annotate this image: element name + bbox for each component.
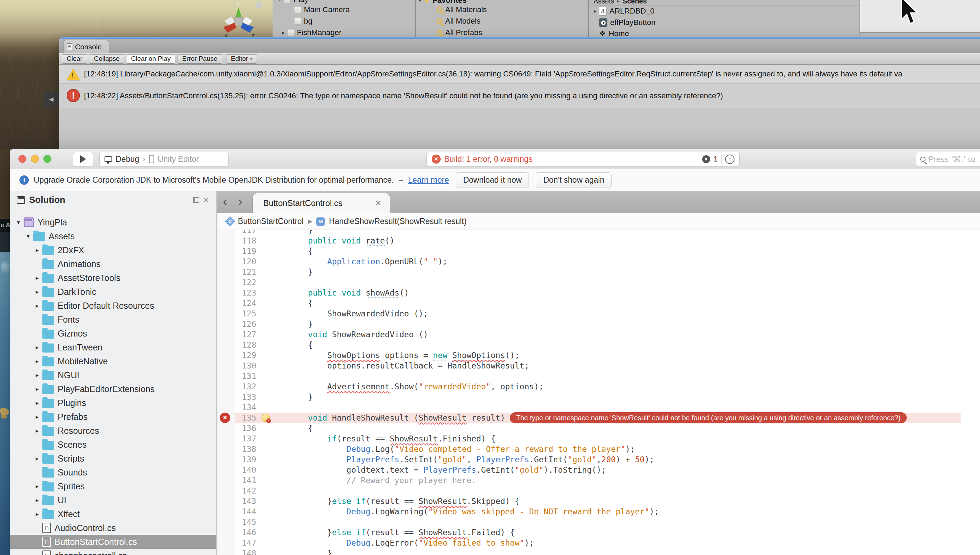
code-line-127[interactable]: 127 void ShowRewardedVideo () [218, 329, 980, 340]
code-line-130[interactable]: 130 options.resultCallback = HandleShowR… [218, 361, 980, 371]
code-line-129[interactable]: 129 ShowOptions options = new ShowOption… [218, 350, 980, 361]
favorites-item[interactable]: All Materials [436, 5, 588, 15]
breadcrumb-root[interactable]: Assets [594, 0, 614, 5]
code-line-142[interactable]: 142 [218, 486, 980, 496]
code-line-145[interactable]: 145 [218, 517, 980, 527]
code-line-121[interactable]: 121 } [218, 267, 980, 277]
code-line-146[interactable]: 146 }else if(result == ShowResult.Failed… [218, 527, 980, 537]
code-line-128[interactable]: 128 { [218, 340, 980, 350]
navigate-back-icon[interactable]: ‹ [223, 194, 227, 209]
scene-orientation-gizmo[interactable]: y x z [217, 0, 262, 40]
solution-tree-item[interactable]: ▸DarkTonic [10, 285, 216, 299]
solution-tree-item[interactable]: Sounds [10, 465, 216, 479]
chevron-right-icon[interactable]: ▸ [32, 372, 42, 379]
chevron-right-icon[interactable]: ▸ [32, 413, 42, 420]
code-line-137[interactable]: 137 if(result == ShowResult.Finished) { [218, 433, 980, 444]
solution-tree-item[interactable]: ▸Prefabs [10, 410, 216, 424]
solution-tree-item[interactable]: ▸Sprites [10, 479, 216, 493]
solution-tree-item[interactable]: ▸PlayFabEditorExtensions [10, 382, 216, 396]
asset-item[interactable]: ▸AARLRDBD_0 [591, 6, 860, 16]
hierarchy-item[interactable]: bg [287, 16, 415, 26]
chevron-right-icon[interactable]: ▸ [32, 274, 42, 282]
solution-tree-item[interactable]: ▸2DxFX [10, 243, 216, 257]
solution-tree-item[interactable]: {}ButtonStartControl.cs [10, 535, 216, 549]
solution-tree-item[interactable]: ▸UI [10, 493, 216, 507]
build-status-bar[interactable]: ✕ Build: 1 error, 0 warnings ✕ 1 ↑ [426, 152, 740, 166]
code-line-125[interactable]: 125 ShowRewardedVideo (); [218, 308, 980, 319]
solution-tree-item[interactable]: {}changbgcontroll.cs [10, 549, 216, 555]
solution-tree-item[interactable]: {}AudioControl.cs [10, 521, 216, 535]
solution-tree-item[interactable]: ▸Scripts [10, 451, 216, 465]
code-line-135[interactable]: ✕135 void HandleShowResult (ShowResult r… [218, 412, 980, 423]
favorites-item[interactable]: All Models [436, 16, 588, 26]
chevron-down-icon[interactable]: ▾ [276, 0, 284, 3]
breadcrumb-class[interactable]: ButtonStartControl [238, 217, 304, 226]
asset-item[interactable]: ❖Home [591, 29, 860, 37]
clear-on-play-button[interactable]: Clear on Play [126, 54, 175, 64]
code-line-148[interactable]: 148 } [218, 548, 980, 555]
breadcrumb-current[interactable]: Scenes [623, 0, 647, 5]
chevron-down-icon[interactable]: ▾ [13, 219, 24, 226]
chevron-right-icon[interactable]: ▸ [591, 8, 599, 14]
console-warning-row[interactable]: [12:48:19] Library/PackageCache/com.unit… [59, 64, 980, 84]
dont-show-again-button[interactable]: Don't show again [536, 172, 612, 188]
solution-tree-item[interactable]: ▸LeanTween [10, 340, 216, 354]
code-line-143[interactable]: 143 }else if(result == ShowResult.Skippe… [218, 496, 980, 506]
code-line-123[interactable]: 123 public void showAds() [218, 287, 980, 298]
breadcrumb-member[interactable]: HandleShowResult(ShowResult result) [329, 217, 466, 226]
code-line-120[interactable]: 120 Application.OpenURL(" "); [218, 256, 980, 267]
global-search-field[interactable]: ˇ Press '⌘.' to [916, 152, 980, 166]
collapsed-panel-handle[interactable]: ◀ [43, 91, 59, 107]
code-line-132[interactable]: 132 Advertisement.Show("rewardedVideo", … [218, 381, 980, 392]
chevron-down-icon[interactable]: ▾ [23, 233, 33, 240]
code-line-117[interactable]: 117 } [218, 230, 980, 236]
solution-tree-item[interactable]: Animations [10, 257, 216, 271]
chevron-right-icon[interactable]: ▸ [32, 385, 42, 393]
favorites-item[interactable]: All Prefabs [436, 27, 588, 37]
chevron-right-icon[interactable]: ▸ [32, 483, 42, 490]
vs-titlebar[interactable]: Debug › Unity Editor ✕ Build: 1 error, 0… [10, 149, 980, 169]
chevron-right-icon[interactable]: ▸ [32, 302, 42, 310]
code-line-134[interactable]: 134 [218, 402, 980, 412]
chevron-right-icon[interactable]: ▸ [32, 510, 42, 518]
solution-tree-item[interactable]: Scenes [10, 438, 216, 451]
code-line-141[interactable]: 141 // Reward your player here. [218, 475, 980, 486]
code-line-122[interactable]: 122 [218, 277, 980, 287]
code-line-136[interactable]: 136 { [218, 423, 980, 433]
console-tab[interactable]: Console [63, 40, 109, 53]
editor-dropdown-button[interactable]: Editor▾ [226, 54, 257, 64]
solution-tree-item[interactable]: ▸NGUI [10, 368, 216, 382]
scene-lock-icon[interactable] [256, 3, 261, 8]
close-tab-icon[interactable]: ✕ [375, 198, 382, 208]
run-configuration-selector[interactable]: Debug › Unity Editor [99, 152, 229, 166]
assets-breadcrumb[interactable]: Assets ▸ Scenes [594, 0, 647, 6]
chevron-right-icon[interactable]: ▸ [32, 358, 42, 365]
dock-icon[interactable] [193, 197, 199, 203]
editor-tab[interactable]: ButtonStartControl.cs ✕ [253, 193, 390, 213]
solution-tree-item[interactable]: Fonts [10, 313, 216, 326]
chevron-right-icon[interactable]: ▸ [32, 399, 42, 407]
solution-tree-item[interactable]: Gizmos [10, 326, 216, 340]
chevron-right-icon[interactable]: ▸ [32, 344, 42, 351]
clear-button[interactable]: Clear [62, 54, 87, 64]
solution-tree-item[interactable]: ▸Resources [10, 424, 216, 438]
code-line-124[interactable]: 124 { [218, 298, 980, 308]
error-pause-button[interactable]: Error Pause [177, 54, 222, 64]
code-editor[interactable]: 117 }118 public void rate()119 {120 Appl… [218, 230, 980, 555]
solution-tree-item[interactable]: ▾Assets [10, 229, 216, 243]
close-pad-icon[interactable]: × [203, 196, 209, 205]
download-it-now-button[interactable]: Download it now [456, 172, 529, 188]
quick-fix-bulb-icon[interactable] [261, 414, 270, 422]
code-line-118[interactable]: 118 public void rate() [218, 236, 980, 246]
code-line-138[interactable]: 138 Debug.Log("Video completed - Offer a… [218, 444, 980, 454]
hierarchy-item[interactable]: ▾Play [276, 0, 415, 5]
chevron-right-icon[interactable]: ▸ [280, 29, 287, 36]
minimize-window-button[interactable] [31, 155, 39, 163]
code-line-119[interactable]: 119 { [218, 246, 980, 256]
solution-tree-item[interactable]: ▾YingPla [10, 215, 216, 229]
close-window-button[interactable] [18, 155, 26, 163]
chevron-right-icon[interactable]: ▸ [32, 455, 42, 462]
chevron-right-icon[interactable]: ▸ [32, 247, 42, 254]
zoom-window-button[interactable] [43, 155, 51, 163]
console-error-row[interactable]: ! [12:48:22] Assets/ButtonStartControl.c… [59, 84, 980, 108]
